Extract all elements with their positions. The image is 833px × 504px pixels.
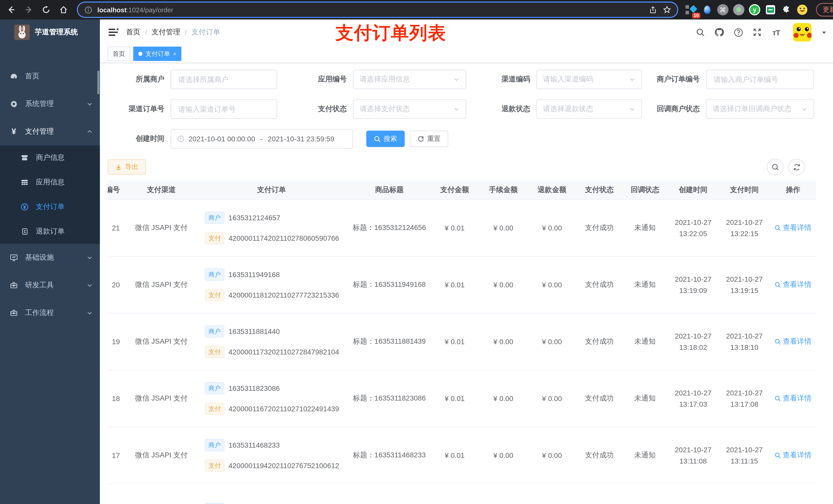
table-toolbar: 导出 bbox=[108, 159, 825, 175]
channel-order-no-field[interactable] bbox=[177, 104, 270, 114]
sidebar-item-dev-tools[interactable]: 研发工具 bbox=[0, 271, 100, 299]
pay-status: 支付成功 bbox=[576, 199, 622, 256]
sidebar-item-pay[interactable]: ¥ 支付管理 bbox=[0, 118, 100, 145]
main-area: 首页 / 支付管理 / 支付订单 支付订单列表 bbox=[100, 20, 833, 504]
tag-home[interactable]: 首页 bbox=[108, 47, 130, 61]
merchant-input-field[interactable] bbox=[177, 75, 270, 84]
balloon-extension-icon[interactable] bbox=[701, 4, 713, 15]
pay-status: 支付成功 bbox=[576, 370, 622, 427]
profile-avatar-icon[interactable] bbox=[796, 4, 808, 15]
merchant-input[interactable] bbox=[171, 70, 277, 89]
view-detail-link[interactable]: 查看详情 bbox=[775, 337, 811, 346]
search-button[interactable]: 搜索 bbox=[366, 130, 405, 147]
recorder-extension-icon[interactable] bbox=[733, 4, 744, 15]
merchant-tag: 商户 bbox=[205, 268, 224, 281]
col-id: 编号 bbox=[108, 180, 128, 199]
command-extension-icon[interactable]: ⌘ bbox=[717, 4, 729, 15]
screen: localhost:1024/pay/order 10 ⌘ y bbox=[0, 0, 833, 504]
pay-tag: 支付 bbox=[205, 346, 224, 358]
merchant-tag: 商户 bbox=[205, 439, 224, 451]
view-detail-link[interactable]: 查看详情 bbox=[775, 451, 811, 460]
chat-extension-icon[interactable] bbox=[765, 4, 776, 15]
toolbox-icon bbox=[10, 281, 18, 289]
merchant-tag: 商户 bbox=[205, 382, 224, 394]
font-size-icon[interactable]: тT bbox=[771, 27, 781, 38]
sidebar-item-home[interactable]: 首页 bbox=[0, 63, 100, 90]
view-detail-link[interactable]: 查看详情 bbox=[775, 394, 811, 403]
merchant-order-no: 1635311881440 bbox=[229, 327, 280, 335]
create-time-range-input[interactable]: 2021-10-01 00:00:00 - 2021-10-31 23:59:5… bbox=[171, 129, 353, 148]
pay-tag: 支付 bbox=[205, 459, 224, 472]
col-pay-status: 支付状态 bbox=[576, 180, 622, 199]
grid-icon bbox=[21, 178, 29, 187]
app-logo-row[interactable]: 芋道管理系统 bbox=[0, 20, 100, 45]
merchant-order-no-field[interactable] bbox=[713, 75, 807, 84]
github-icon[interactable] bbox=[714, 27, 724, 38]
notify-status: 未通知 bbox=[622, 313, 668, 370]
tags-view: 首页 支付订单 × bbox=[100, 45, 833, 63]
col-pay-time: 支付时间 bbox=[719, 180, 770, 199]
view-detail-link[interactable]: 查看详情 bbox=[775, 280, 811, 289]
avatar-caret-icon[interactable] bbox=[821, 29, 827, 35]
reset-button[interactable]: 重置 bbox=[410, 130, 448, 147]
fullscreen-icon[interactable] bbox=[752, 27, 762, 38]
url-path: :1024/pay/order bbox=[126, 6, 173, 14]
pay-status: 支付成功 bbox=[576, 256, 622, 313]
sidebar-scrollbar[interactable] bbox=[97, 71, 99, 94]
export-button[interactable]: 导出 bbox=[108, 159, 146, 175]
sidebar-collapse-icon[interactable] bbox=[108, 27, 119, 38]
breadcrumb-home[interactable]: 首页 bbox=[126, 28, 140, 37]
col-notify-status: 回调状态 bbox=[622, 180, 668, 199]
help-icon[interactable] bbox=[733, 27, 743, 38]
table-header-row: 编号 支付渠道 支付订单 商品标题 支付金额 手续金额 退款金额 支付状态 回调… bbox=[108, 180, 816, 199]
app-select[interactable]: 请选择应用信息 bbox=[353, 70, 466, 89]
sidebar-item-merchant-info[interactable]: 商户信息 bbox=[0, 145, 100, 170]
bookmark-star-icon[interactable] bbox=[662, 5, 672, 15]
site-info-icon[interactable] bbox=[83, 5, 93, 15]
merchant-order-no-input[interactable] bbox=[706, 70, 814, 89]
yen-icon: ¥ bbox=[10, 127, 18, 136]
filter-row-1: 所属商户 应用编号 请选择应用信息 渠道编码 请输入渠道编码 bbox=[108, 70, 825, 89]
show-search-button[interactable] bbox=[767, 159, 783, 175]
merchant-tag: 商户 bbox=[205, 212, 224, 224]
browser-forward-icon[interactable] bbox=[22, 3, 36, 17]
sidebar-item-app-info[interactable]: 应用信息 bbox=[0, 170, 100, 195]
breadcrumb-section[interactable]: 支付管理 bbox=[152, 28, 180, 37]
pay-order-no: 4200001167202110271022491439 bbox=[229, 405, 339, 413]
page-content: 所属商户 应用编号 请选择应用信息 渠道编码 请输入渠道编码 bbox=[100, 63, 833, 504]
pay-tag: 支付 bbox=[205, 232, 224, 244]
sidebar-item-infra[interactable]: 基础设施 bbox=[0, 244, 100, 271]
refund-status-select[interactable]: 请选择退款状态 bbox=[537, 99, 642, 119]
app-label: 应用编号 bbox=[286, 75, 347, 84]
y-extension-icon[interactable]: y bbox=[749, 4, 760, 15]
sidebar-item-workflow[interactable]: 工作流程 bbox=[0, 299, 100, 327]
sidebar-item-pay-order[interactable]: 支付订单 bbox=[0, 195, 100, 219]
pay-status-select[interactable]: 请选择支付状态 bbox=[353, 99, 466, 119]
workflow-icon bbox=[10, 309, 18, 317]
tab-manager-extension-icon[interactable]: 10 bbox=[686, 4, 697, 15]
sidebar-item-system[interactable]: 系统管理 bbox=[0, 90, 100, 118]
tag-pay-order[interactable]: 支付订单 × bbox=[133, 47, 182, 61]
tag-close-icon[interactable]: × bbox=[173, 51, 176, 57]
pay-order-no: 4200001181202110277723215336 bbox=[229, 291, 339, 299]
share-icon[interactable] bbox=[647, 5, 658, 15]
browser-update-button[interactable]: 更新 bbox=[816, 3, 833, 16]
top-navbar: 首页 / 支付管理 / 支付订单 支付订单列表 bbox=[100, 20, 833, 45]
url-text[interactable]: localhost:1024/pay/order bbox=[97, 6, 173, 14]
search-icon[interactable] bbox=[695, 27, 706, 38]
notify-status-select[interactable]: 请选择订单回调商户状态 bbox=[706, 99, 814, 119]
table-row: 21 微信 JSAPI 支付 商户1635312124657 支付4200001… bbox=[108, 199, 816, 256]
pay-order-no: 4200001174202110278060590766 bbox=[229, 234, 339, 242]
view-detail-link[interactable]: 查看详情 bbox=[775, 223, 811, 233]
browser-reload-icon[interactable] bbox=[39, 3, 53, 17]
channel-order-no-input[interactable] bbox=[171, 99, 277, 119]
puzzle-extensions-icon[interactable] bbox=[781, 4, 792, 15]
browser-back-icon[interactable] bbox=[4, 3, 19, 17]
address-bar[interactable]: localhost:1024/pay/order bbox=[78, 3, 677, 17]
app-logo bbox=[14, 25, 30, 40]
sidebar-item-refund-order[interactable]: 退款订单 bbox=[0, 219, 100, 244]
refresh-button[interactable] bbox=[788, 159, 805, 175]
channel-code-select[interactable]: 请输入渠道编码 bbox=[537, 70, 642, 89]
user-avatar[interactable] bbox=[793, 23, 811, 42]
browser-home-icon[interactable] bbox=[56, 3, 71, 17]
